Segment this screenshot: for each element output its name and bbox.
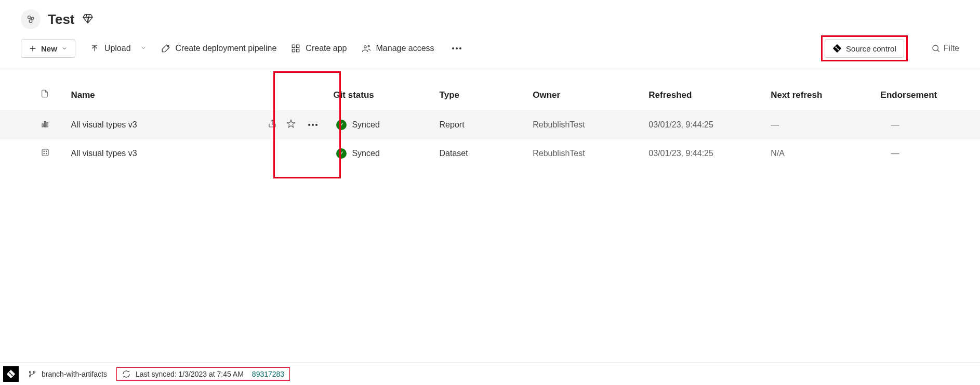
content-table: Name Git status Type Owner Refreshed Nex…: [0, 80, 980, 168]
item-owner: RebublishTest: [522, 111, 638, 139]
svg-rect-5: [297, 45, 299, 47]
svg-point-18: [46, 151, 47, 152]
sync-info-highlight: Last synced: 1/3/2023 at 7:45 AM 8931728…: [116, 367, 290, 381]
filter-placeholder: Filte: [944, 44, 959, 53]
col-type[interactable]: Type: [419, 80, 523, 111]
svg-point-2: [29, 20, 32, 22]
col-owner[interactable]: Owner: [522, 80, 638, 111]
table-row[interactable]: All visual types v3: [0, 111, 980, 139]
branch-name: branch-with-artifacts: [42, 370, 107, 378]
item-name: All visual types v3: [71, 120, 137, 130]
svg-point-12: [933, 45, 938, 51]
col-endorsement[interactable]: Endorsement: [870, 80, 980, 111]
last-synced-text: Last synced: 1/3/2023 at 7:45 AM: [136, 370, 244, 378]
col-next[interactable]: Next refresh: [760, 80, 870, 111]
col-refreshed[interactable]: Refreshed: [638, 80, 760, 111]
item-name: All visual types v3: [71, 149, 137, 158]
workspace-title: Test: [48, 11, 75, 28]
svg-point-17: [44, 151, 45, 152]
upload-label: Upload: [104, 44, 131, 53]
svg-point-24: [29, 375, 31, 377]
svg-point-25: [33, 371, 35, 373]
sync-button[interactable]: Last synced: 1/3/2023 at 7:45 AM: [122, 370, 244, 378]
content-table-wrap: Name Git status Type Owner Refreshed Nex…: [0, 69, 980, 362]
new-button[interactable]: New: [21, 39, 75, 58]
favorite-star-icon[interactable]: [286, 119, 296, 131]
item-endorsement: —: [870, 111, 980, 139]
premium-diamond-icon: [82, 13, 94, 26]
branch-indicator[interactable]: branch-with-artifacts: [28, 370, 107, 378]
svg-point-23: [29, 371, 31, 373]
manage-access-button[interactable]: Manage access: [362, 44, 434, 53]
svg-rect-6: [293, 49, 295, 52]
git-icon: [3, 366, 19, 382]
svg-point-1: [31, 17, 34, 20]
svg-rect-13: [42, 124, 43, 127]
source-control-highlight: Source control: [821, 35, 908, 61]
workspace-header: Test: [0, 0, 980, 35]
item-refreshed: 03/01/23, 9:44:25: [638, 139, 760, 168]
svg-point-20: [46, 153, 47, 155]
commit-id[interactable]: 89317283: [252, 370, 284, 378]
more-actions-button[interactable]: [449, 44, 465, 53]
svg-rect-15: [47, 123, 48, 127]
create-pipeline-button[interactable]: Create deployment pipeline: [161, 44, 277, 53]
item-next: N/A: [760, 139, 870, 168]
item-owner: RebublishTest: [522, 139, 638, 168]
sync-check-icon: ✓: [336, 148, 347, 159]
svg-point-9: [368, 45, 369, 47]
table-header-row: Name Git status Type Owner Refreshed Nex…: [0, 80, 980, 111]
item-type: Report: [419, 111, 523, 139]
item-next: —: [760, 111, 870, 139]
new-button-label: New: [41, 44, 57, 53]
create-app-button[interactable]: Create app: [291, 44, 347, 53]
create-app-label: Create app: [306, 44, 347, 53]
svg-point-0: [28, 16, 31, 19]
item-type: Dataset: [419, 139, 523, 168]
source-control-label: Source control: [846, 44, 896, 53]
create-pipeline-label: Create deployment pipeline: [176, 44, 277, 53]
toolbar: New Upload Create deployment pipeline Cr…: [0, 35, 980, 69]
svg-rect-16: [42, 149, 48, 156]
col-name[interactable]: Name: [64, 80, 327, 111]
status-bar: branch-with-artifacts Last synced: 1/3/2…: [0, 362, 980, 385]
share-icon[interactable]: [268, 119, 277, 131]
file-icon: [41, 91, 49, 100]
svg-rect-7: [297, 49, 299, 52]
sync-check-icon: ✓: [336, 120, 347, 130]
filter-input[interactable]: Filte: [925, 44, 959, 53]
svg-rect-14: [44, 122, 45, 127]
source-control-button[interactable]: Source control: [825, 39, 904, 58]
upload-button[interactable]: Upload: [90, 44, 147, 53]
svg-point-8: [364, 46, 366, 48]
svg-rect-4: [293, 45, 295, 47]
manage-access-label: Manage access: [376, 44, 434, 53]
workspace-icon: [21, 9, 41, 29]
svg-point-19: [44, 153, 45, 155]
item-refreshed: 03/01/23, 9:44:25: [638, 111, 760, 139]
table-row[interactable]: All visual types v3 ✓ Synced Dataset Reb…: [0, 139, 980, 168]
col-git[interactable]: Git status: [327, 80, 418, 111]
dataset-icon: [41, 148, 51, 159]
report-icon: [41, 119, 51, 131]
git-status-text: Synced: [352, 149, 379, 158]
row-more-icon[interactable]: [305, 119, 321, 131]
git-status-text: Synced: [352, 120, 379, 130]
item-endorsement: —: [870, 139, 980, 168]
